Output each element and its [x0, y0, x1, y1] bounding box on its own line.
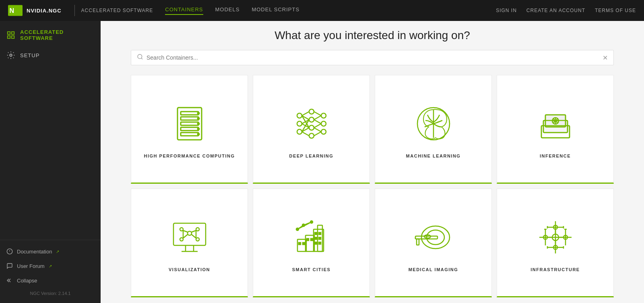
- svg-rect-17: [181, 133, 198, 136]
- svg-point-23: [297, 113, 302, 118]
- svg-line-11: [141, 58, 142, 59]
- svg-rect-14: [181, 117, 198, 120]
- svg-line-68: [183, 230, 188, 232]
- external-link-icon-2: ↗: [49, 264, 52, 268]
- viz-label: VISUALIZATION: [169, 267, 210, 272]
- sidebar: ACCELERATED SOFTWARE SETUP Documentation…: [0, 21, 101, 303]
- card-smart-cities[interactable]: SMART CITIES: [253, 189, 370, 297]
- card-infrastructure[interactable]: INFRASTRUCTURE: [497, 189, 614, 297]
- sidebar-accelerated-label: ACCELERATED SOFTWARE: [20, 29, 94, 41]
- viz-icon: [169, 217, 210, 257]
- hpc-label: HIGH PERFORMANCE COMPUTING: [144, 154, 235, 158]
- svg-line-41: [314, 120, 321, 124]
- svg-rect-81: [319, 237, 321, 239]
- sidebar-bottom: Documentation ↗ User Forum ↗ Collapse NG…: [0, 240, 101, 303]
- svg-rect-3: [12, 32, 14, 34]
- documentation-label: Documentation: [17, 249, 52, 255]
- collapse-button[interactable]: Collapse: [0, 273, 101, 288]
- dl-label: DEEP LEARNING: [289, 154, 334, 158]
- svg-point-18: [198, 112, 199, 114]
- svg-text:N: N: [10, 7, 14, 14]
- grid-icon: [6, 31, 15, 39]
- svg-line-39: [314, 112, 321, 116]
- nav-link-model-scripts[interactable]: MODEL SCRIPTS: [252, 6, 299, 15]
- search-input[interactable]: [147, 54, 603, 61]
- smart-cities-icon: [291, 217, 332, 257]
- main-content: What are you interested in working on? ✕: [101, 21, 644, 303]
- svg-rect-87: [303, 243, 305, 245]
- svg-point-29: [309, 133, 314, 138]
- svg-line-33: [302, 112, 309, 116]
- user-forum-label: User Forum: [17, 263, 45, 269]
- card-hpc[interactable]: HIGH PERFORMANCE COMPUTING: [131, 75, 248, 184]
- user-forum-link[interactable]: User Forum ↗: [0, 259, 101, 273]
- sign-in-link[interactable]: SIGN IN: [496, 8, 517, 13]
- main-layout: ACCELERATED SOFTWARE SETUP Documentation…: [0, 21, 644, 303]
- svg-point-30: [321, 113, 326, 118]
- nav-divider: [74, 5, 75, 16]
- svg-point-26: [309, 109, 314, 114]
- inference-icon: [535, 104, 576, 144]
- svg-line-70: [183, 235, 188, 238]
- svg-point-67: [196, 238, 199, 241]
- svg-rect-59: [173, 223, 206, 245]
- svg-rect-2: [8, 32, 10, 34]
- svg-point-31: [321, 121, 326, 126]
- setup-icon: [6, 51, 15, 60]
- dl-icon: [291, 104, 332, 144]
- search-clear-button[interactable]: ✕: [603, 54, 608, 62]
- card-inference[interactable]: INFERENCE: [497, 75, 614, 184]
- search-bar: ✕: [131, 50, 614, 65]
- create-account-link[interactable]: CREATE AN ACCOUNT: [526, 8, 585, 13]
- svg-line-93: [297, 222, 312, 229]
- svg-rect-82: [315, 242, 317, 244]
- svg-point-27: [309, 117, 314, 122]
- svg-rect-84: [307, 239, 309, 241]
- documentation-icon: [6, 248, 13, 255]
- svg-rect-83: [319, 242, 321, 244]
- svg-rect-79: [319, 232, 321, 235]
- card-visualization[interactable]: VISUALIZATION: [131, 189, 248, 297]
- svg-point-65: [196, 228, 199, 231]
- svg-point-25: [297, 129, 302, 134]
- svg-rect-78: [315, 232, 317, 235]
- svg-rect-5: [12, 36, 14, 38]
- svg-line-42: [314, 124, 321, 128]
- nav-links: CONTAINERS MODELS MODEL SCRIPTS: [165, 6, 299, 15]
- svg-point-19: [198, 118, 199, 119]
- version-info: NGC Version: 2.14.1: [0, 288, 101, 299]
- svg-point-66: [180, 238, 183, 241]
- card-medical-imaging[interactable]: MEDICAL IMAGING: [375, 189, 492, 297]
- sidebar-item-accelerated-software[interactable]: ACCELERATED SOFTWARE: [0, 24, 101, 46]
- svg-point-6: [10, 54, 12, 56]
- infra-icon: [535, 217, 576, 257]
- nav-link-containers[interactable]: CONTAINERS: [165, 6, 203, 15]
- documentation-link[interactable]: Documentation ↗: [0, 244, 101, 259]
- svg-point-63: [188, 231, 192, 235]
- svg-point-32: [321, 129, 326, 134]
- ml-label: MACHINE LEARNING: [406, 154, 461, 158]
- svg-point-21: [198, 128, 199, 130]
- svg-rect-13: [181, 112, 198, 115]
- ml-icon: [413, 104, 454, 144]
- card-machine-learning[interactable]: MACHINE LEARNING: [375, 75, 492, 184]
- card-deep-learning[interactable]: DEEP LEARNING: [253, 75, 370, 184]
- hpc-icon: [169, 104, 210, 144]
- svg-point-64: [180, 228, 183, 231]
- svg-line-44: [314, 132, 321, 136]
- smart-cities-label: SMART CITIES: [292, 267, 331, 272]
- version-text: NGC Version: 2.14.1: [30, 291, 71, 296]
- nvidia-logo-icon: N: [8, 5, 23, 16]
- svg-point-10: [138, 54, 142, 59]
- forum-icon: [6, 263, 13, 269]
- terms-link[interactable]: TERMS OF USE: [595, 8, 636, 13]
- nav-link-models[interactable]: MODELS: [215, 6, 240, 15]
- top-navigation: N NVIDIA.NGC ACCELERATED SOFTWARE CONTAI…: [0, 0, 644, 21]
- svg-rect-86: [299, 243, 301, 245]
- sidebar-item-setup[interactable]: SETUP: [0, 46, 101, 64]
- svg-rect-76: [305, 235, 314, 251]
- svg-rect-80: [315, 237, 317, 239]
- svg-point-20: [198, 123, 199, 125]
- categories-grid: HIGH PERFORMANCE COMPUTING: [131, 75, 614, 297]
- infra-label: INFRASTRUCTURE: [530, 267, 580, 272]
